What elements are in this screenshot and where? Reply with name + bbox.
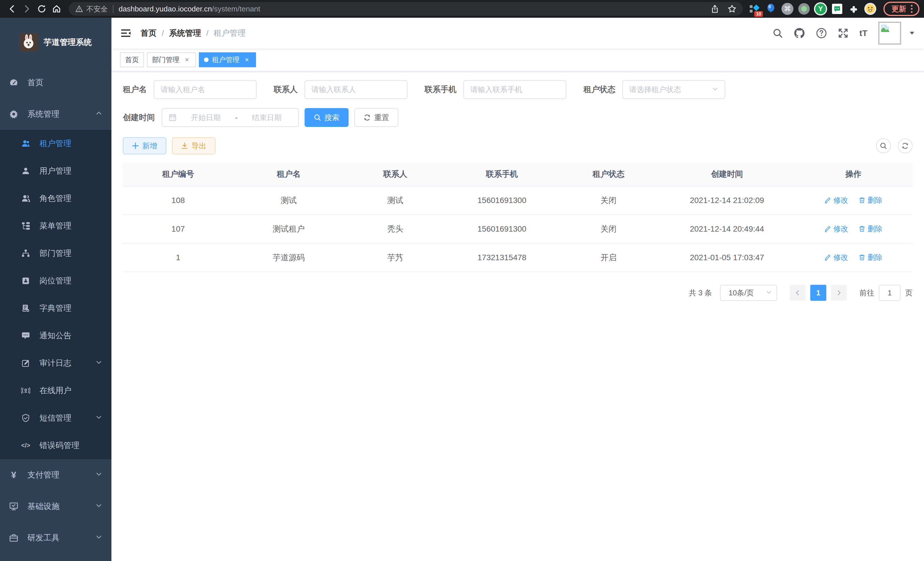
export-button[interactable]: 导出 <box>172 137 215 154</box>
sidebar-item-label: 系统管理 <box>27 109 59 120</box>
sidebar-item-devtools[interactable]: 研发工具 <box>0 522 111 553</box>
add-button[interactable]: 新增 <box>123 137 166 154</box>
sidebar-item-posts[interactable]: 岗位管理 <box>0 267 111 295</box>
sidebar-item-departments[interactable]: 部门管理 <box>0 240 111 267</box>
sidebar-item-label: 部门管理 <box>39 248 71 259</box>
prev-page-button[interactable] <box>790 285 806 301</box>
extension-record-icon[interactable] <box>797 2 811 16</box>
status-label: 租户状态 <box>584 84 615 95</box>
tab-tenant[interactable]: 租户管理 × <box>199 52 256 67</box>
tab-department[interactable]: 部门管理 × <box>147 52 196 67</box>
sidebar-item-menus[interactable]: 菜单管理 <box>0 212 111 240</box>
sidebar-item-dict[interactable]: 字典管理 <box>0 295 111 322</box>
tenant-name-input[interactable] <box>160 85 250 94</box>
table-toolbar: 新增 导出 <box>123 137 913 154</box>
extensions-puzzle-icon[interactable] <box>847 2 861 16</box>
sidebar-item-label: 审计日志 <box>39 358 71 368</box>
edit-button[interactable]: 修改 <box>824 224 848 234</box>
page-number-1[interactable]: 1 <box>810 285 826 301</box>
delete-button[interactable]: 删除 <box>859 253 883 262</box>
sidebar-item-roles[interactable]: 角色管理 <box>0 185 111 212</box>
forward-icon[interactable] <box>20 2 34 16</box>
chrome-update-button[interactable]: 更新 <box>884 2 920 16</box>
github-icon[interactable] <box>794 27 805 39</box>
address-bar[interactable]: 不安全 dashboard.yudao.iocoder.cn/system/te… <box>69 2 743 16</box>
next-page-button[interactable] <box>831 285 847 301</box>
bookmark-star-icon[interactable] <box>724 2 740 16</box>
url-text[interactable]: dashboard.yudao.iocoder.cn/system/tenant <box>118 5 707 14</box>
sidebar-item-home[interactable]: 首页 <box>0 67 111 98</box>
close-icon[interactable]: × <box>183 56 191 64</box>
sidebar-item-tenant[interactable]: 租户管理 <box>0 130 111 157</box>
search-button[interactable]: 搜索 <box>304 108 349 127</box>
breadcrumb-system[interactable]: 系统管理 <box>169 28 201 39</box>
chevron-down-icon <box>712 85 718 94</box>
close-icon[interactable]: × <box>243 56 251 64</box>
create-time-label: 创建时间 <box>123 112 155 123</box>
hide-search-button[interactable] <box>876 138 891 153</box>
font-size-icon[interactable]: tT <box>860 28 867 38</box>
extension-y-icon[interactable]: Y <box>814 2 827 16</box>
extension-command-icon[interactable]: ⌘ <box>781 2 794 16</box>
chevron-down-icon <box>766 289 772 297</box>
status-select[interactable]: 请选择租户状态 <box>622 80 725 99</box>
sidebar-item-sms[interactable]: 短信管理 <box>0 404 111 432</box>
user-avatar[interactable] <box>878 22 901 45</box>
edit-icon <box>824 254 831 261</box>
sidebar-item-pay[interactable]: ¥ 支付管理 <box>0 459 111 491</box>
app-logo[interactable]: 芋道管理系统 <box>0 18 111 67</box>
share-icon[interactable] <box>707 2 722 16</box>
sidebar-fold-icon[interactable] <box>120 27 131 39</box>
yen-icon: ¥ <box>9 470 18 480</box>
end-date-placeholder[interactable]: 结束日期 <box>242 113 292 123</box>
sidebar-item-system[interactable]: 系统管理 <box>0 98 111 130</box>
refresh-table-button[interactable] <box>898 138 913 153</box>
fullscreen-icon[interactable] <box>838 28 849 39</box>
extension-balloon-icon[interactable] <box>764 2 778 16</box>
reload-icon[interactable] <box>34 2 49 16</box>
contact-input[interactable] <box>311 85 400 94</box>
edit-button[interactable]: 修改 <box>824 253 848 262</box>
extension-diamond-icon[interactable]: 10 <box>747 2 761 16</box>
mobile-input[interactable] <box>470 85 560 94</box>
browser-window: 不安全 dashboard.yudao.iocoder.cn/system/te… <box>0 0 924 561</box>
sidebar-item-notice[interactable]: 通知公告 <box>0 322 111 349</box>
sidebar-item-label: 岗位管理 <box>39 275 71 286</box>
site-security[interactable]: 不安全 <box>75 4 108 14</box>
edit-button[interactable]: 修改 <box>824 195 848 205</box>
sidebar-item-online-users[interactable]: 在线用户 <box>0 377 111 404</box>
sidebar-item-users[interactable]: 用户管理 <box>0 157 111 185</box>
sidebar-item-error-code[interactable]: </> 错误码管理 <box>0 432 111 459</box>
sidebar-item-label: 用户管理 <box>39 165 71 176</box>
table-row: 107 测试租户 秃头 15601691300 关闭 2021-12-14 20… <box>123 215 913 243</box>
pagination: 共 3 条 10条/页 1 <box>123 285 913 301</box>
help-icon[interactable] <box>816 28 827 39</box>
sidebar-item-label: 租户管理 <box>39 138 71 149</box>
date-range-picker[interactable]: 开始日期 - 结束日期 <box>162 108 299 127</box>
avatar-caret-icon[interactable] <box>909 28 915 39</box>
extension-badge: 10 <box>754 11 763 17</box>
goto-page-input[interactable] <box>879 285 901 301</box>
delete-button[interactable]: 删除 <box>859 195 883 205</box>
tags-view-bar: 首页 部门管理 × 租户管理 × <box>111 49 924 71</box>
header-search-icon[interactable] <box>772 28 783 38</box>
profile-avatar-icon[interactable] <box>863 2 877 16</box>
breadcrumb: 首页 / 系统管理 / 租户管理 <box>141 28 246 39</box>
chrome-menu-icon[interactable] <box>911 5 913 13</box>
home-icon[interactable] <box>49 2 64 16</box>
delete-button[interactable]: 删除 <box>859 224 883 234</box>
breadcrumb-home[interactable]: 首页 <box>141 28 157 39</box>
reset-button[interactable]: 重置 <box>354 108 398 127</box>
dictionary-icon <box>21 304 30 313</box>
col-tenant-id: 租户编号 <box>123 162 233 186</box>
extension-chat-icon[interactable] <box>830 2 844 16</box>
edit-icon <box>824 197 831 204</box>
start-date-placeholder[interactable]: 开始日期 <box>181 113 231 123</box>
security-label: 不安全 <box>86 4 108 14</box>
sidebar-item-audit-log[interactable]: 审计日志 <box>0 349 111 377</box>
page-size-select[interactable]: 10条/页 <box>720 285 777 301</box>
online-users-icon <box>21 386 30 395</box>
back-icon[interactable] <box>4 2 20 16</box>
sidebar-item-infra[interactable]: 基础设施 <box>0 491 111 522</box>
tab-home[interactable]: 首页 <box>120 52 144 67</box>
